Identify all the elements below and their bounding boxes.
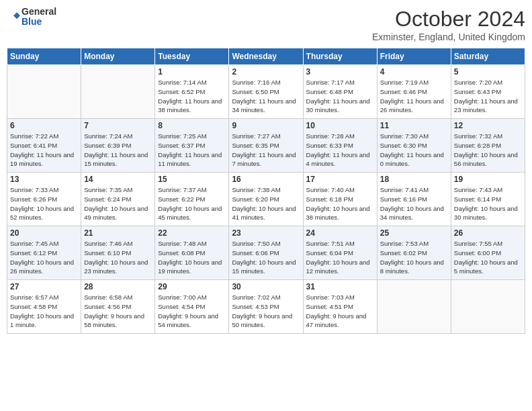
- day-info: Sunrise: 7:55 AMSunset: 6:00 PMDaylight:…: [454, 239, 522, 276]
- day-number: 2: [232, 67, 300, 77]
- calendar-cell: 28Sunrise: 6:58 AMSunset: 4:56 PMDayligh…: [81, 280, 155, 334]
- column-header-wednesday: Wednesday: [229, 48, 303, 65]
- calendar-week-row: 6Sunrise: 7:22 AMSunset: 6:41 PMDaylight…: [7, 119, 525, 173]
- day-info: Sunrise: 7:50 AMSunset: 6:06 PMDaylight:…: [232, 239, 300, 276]
- calendar-cell: 15Sunrise: 7:37 AMSunset: 6:22 PMDayligh…: [155, 173, 229, 226]
- day-number: 24: [306, 228, 374, 238]
- location: Exminster, England, United Kingdom: [372, 32, 525, 42]
- calendar-cell: 8Sunrise: 7:25 AMSunset: 6:37 PMDaylight…: [155, 119, 229, 173]
- day-number: 17: [306, 175, 374, 184]
- calendar-cell: 21Sunrise: 7:46 AMSunset: 6:10 PMDayligh…: [81, 226, 155, 280]
- calendar-header-row: SundayMondayTuesdayWednesdayThursdayFrid…: [7, 48, 525, 65]
- calendar-week-row: 1Sunrise: 7:14 AMSunset: 6:52 PMDaylight…: [7, 65, 525, 119]
- calendar-week-row: 13Sunrise: 7:33 AMSunset: 6:26 PMDayligh…: [7, 173, 525, 226]
- day-number: 8: [158, 121, 226, 130]
- calendar-cell: 29Sunrise: 7:00 AMSunset: 4:54 PMDayligh…: [155, 280, 229, 334]
- calendar-week-row: 20Sunrise: 7:45 AMSunset: 6:12 PMDayligh…: [7, 226, 525, 280]
- day-info: Sunrise: 7:25 AMSunset: 6:37 PMDaylight:…: [158, 132, 226, 169]
- logo-blue: Blue: [21, 17, 56, 27]
- day-number: 7: [84, 121, 152, 130]
- calendar-cell: 25Sunrise: 7:53 AMSunset: 6:02 PMDayligh…: [377, 226, 451, 280]
- calendar-cell: 3Sunrise: 7:17 AMSunset: 6:48 PMDaylight…: [303, 65, 377, 119]
- calendar-table: SundayMondayTuesdayWednesdayThursdayFrid…: [7, 48, 525, 334]
- day-number: 22: [158, 228, 226, 238]
- calendar-cell: 5Sunrise: 7:20 AMSunset: 6:43 PMDaylight…: [451, 65, 525, 119]
- day-info: Sunrise: 7:37 AMSunset: 6:22 PMDaylight:…: [158, 185, 226, 222]
- calendar-cell: 16Sunrise: 7:38 AMSunset: 6:20 PMDayligh…: [229, 173, 303, 226]
- calendar-cell: [377, 280, 451, 334]
- day-info: Sunrise: 7:48 AMSunset: 6:08 PMDaylight:…: [158, 239, 226, 276]
- calendar-cell: 17Sunrise: 7:40 AMSunset: 6:18 PMDayligh…: [303, 173, 377, 226]
- day-info: Sunrise: 7:19 AMSunset: 6:46 PMDaylight:…: [380, 78, 448, 115]
- day-info: Sunrise: 7:20 AMSunset: 6:43 PMDaylight:…: [454, 78, 522, 115]
- day-number: 10: [306, 121, 374, 130]
- column-header-sunday: Sunday: [7, 48, 81, 65]
- day-number: 20: [10, 228, 78, 238]
- calendar-cell: 10Sunrise: 7:28 AMSunset: 6:33 PMDayligh…: [303, 119, 377, 173]
- calendar-cell: 13Sunrise: 7:33 AMSunset: 6:26 PMDayligh…: [7, 173, 81, 226]
- day-info: Sunrise: 7:41 AMSunset: 6:16 PMDaylight:…: [380, 185, 448, 222]
- day-info: Sunrise: 7:22 AMSunset: 6:41 PMDaylight:…: [10, 132, 78, 169]
- logo: General Blue: [7, 7, 56, 28]
- month-title: October 2024: [372, 7, 525, 32]
- day-number: 12: [454, 121, 522, 130]
- day-number: 26: [454, 228, 522, 238]
- day-number: 19: [454, 175, 522, 184]
- day-info: Sunrise: 7:14 AMSunset: 6:52 PMDaylight:…: [158, 78, 226, 115]
- calendar-cell: [451, 280, 525, 334]
- day-info: Sunrise: 7:45 AMSunset: 6:12 PMDaylight:…: [10, 239, 78, 276]
- day-number: 16: [232, 175, 300, 184]
- day-number: 5: [454, 67, 522, 77]
- calendar-cell: 27Sunrise: 6:57 AMSunset: 4:58 PMDayligh…: [7, 280, 81, 334]
- column-header-friday: Friday: [377, 48, 451, 65]
- day-info: Sunrise: 7:51 AMSunset: 6:04 PMDaylight:…: [306, 239, 374, 276]
- day-info: Sunrise: 7:03 AMSunset: 4:51 PMDaylight:…: [306, 293, 374, 330]
- svg-marker-0: [13, 13, 20, 19]
- calendar-cell: 9Sunrise: 7:27 AMSunset: 6:35 PMDaylight…: [229, 119, 303, 173]
- day-info: Sunrise: 7:43 AMSunset: 6:14 PMDaylight:…: [454, 185, 522, 222]
- day-number: 18: [380, 175, 448, 184]
- calendar-cell: 4Sunrise: 7:19 AMSunset: 6:46 PMDaylight…: [377, 65, 451, 119]
- logo-text: General Blue: [21, 7, 56, 28]
- day-number: 3: [306, 67, 374, 77]
- day-number: 25: [380, 228, 448, 238]
- calendar-cell: 24Sunrise: 7:51 AMSunset: 6:04 PMDayligh…: [303, 226, 377, 280]
- calendar-cell: 2Sunrise: 7:16 AMSunset: 6:50 PMDaylight…: [229, 65, 303, 119]
- day-info: Sunrise: 6:58 AMSunset: 4:56 PMDaylight:…: [84, 293, 152, 330]
- day-info: Sunrise: 7:53 AMSunset: 6:02 PMDaylight:…: [380, 239, 448, 276]
- day-number: 14: [84, 175, 152, 184]
- day-info: Sunrise: 7:33 AMSunset: 6:26 PMDaylight:…: [10, 185, 78, 222]
- day-info: Sunrise: 6:57 AMSunset: 4:58 PMDaylight:…: [10, 293, 78, 330]
- day-info: Sunrise: 7:35 AMSunset: 6:24 PMDaylight:…: [84, 185, 152, 222]
- logo-general: General: [21, 7, 56, 17]
- day-info: Sunrise: 7:16 AMSunset: 6:50 PMDaylight:…: [232, 78, 300, 115]
- calendar-cell: 12Sunrise: 7:32 AMSunset: 6:28 PMDayligh…: [451, 119, 525, 173]
- day-number: 11: [380, 121, 448, 130]
- day-number: 23: [232, 228, 300, 238]
- day-info: Sunrise: 7:30 AMSunset: 6:30 PMDaylight:…: [380, 132, 448, 169]
- day-info: Sunrise: 7:24 AMSunset: 6:39 PMDaylight:…: [84, 132, 152, 169]
- calendar-cell: 14Sunrise: 7:35 AMSunset: 6:24 PMDayligh…: [81, 173, 155, 226]
- logo-icon: [7, 10, 20, 24]
- calendar-cell: 23Sunrise: 7:50 AMSunset: 6:06 PMDayligh…: [229, 226, 303, 280]
- calendar-cell: 7Sunrise: 7:24 AMSunset: 6:39 PMDaylight…: [81, 119, 155, 173]
- day-number: 9: [232, 121, 300, 130]
- page-header: General Blue October 2024 Exminster, Eng…: [7, 7, 525, 42]
- day-info: Sunrise: 7:27 AMSunset: 6:35 PMDaylight:…: [232, 132, 300, 169]
- calendar-cell: 20Sunrise: 7:45 AMSunset: 6:12 PMDayligh…: [7, 226, 81, 280]
- day-number: 21: [84, 228, 152, 238]
- calendar-cell: 1Sunrise: 7:14 AMSunset: 6:52 PMDaylight…: [155, 65, 229, 119]
- column-header-thursday: Thursday: [303, 48, 377, 65]
- day-number: 27: [10, 282, 78, 291]
- day-number: 28: [84, 282, 152, 291]
- day-info: Sunrise: 7:28 AMSunset: 6:33 PMDaylight:…: [306, 132, 374, 169]
- calendar-cell: 19Sunrise: 7:43 AMSunset: 6:14 PMDayligh…: [451, 173, 525, 226]
- day-number: 15: [158, 175, 226, 184]
- calendar-cell: 30Sunrise: 7:02 AMSunset: 4:53 PMDayligh…: [229, 280, 303, 334]
- day-info: Sunrise: 7:46 AMSunset: 6:10 PMDaylight:…: [84, 239, 152, 276]
- day-info: Sunrise: 7:38 AMSunset: 6:20 PMDaylight:…: [232, 185, 300, 222]
- day-number: 4: [380, 67, 448, 77]
- day-info: Sunrise: 7:40 AMSunset: 6:18 PMDaylight:…: [306, 185, 374, 222]
- column-header-saturday: Saturday: [451, 48, 525, 65]
- day-number: 6: [10, 121, 78, 130]
